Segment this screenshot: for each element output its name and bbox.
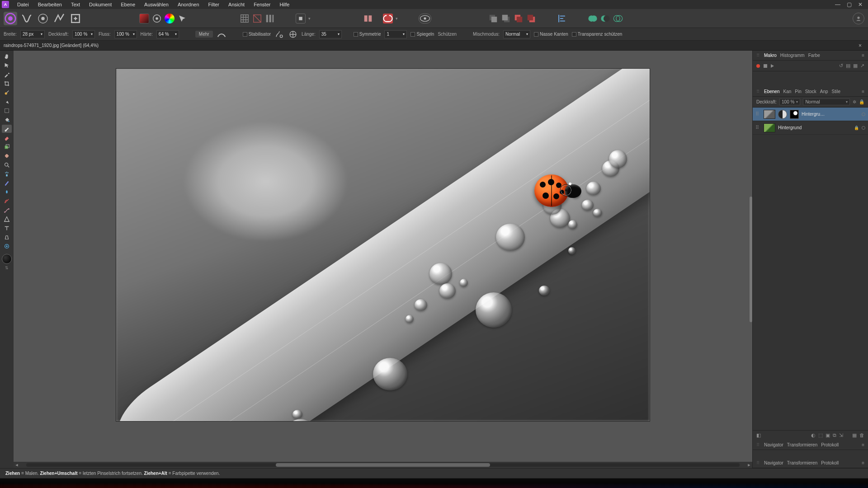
move-tool-icon[interactable]: [2, 61, 12, 70]
mask-mode-icon[interactable]: ◧: [756, 432, 761, 438]
tab-kan[interactable]: Kan: [783, 89, 791, 94]
color-wheel-icon[interactable]: [165, 14, 175, 23]
layer-blendmode-select[interactable]: Normal▾: [803, 99, 850, 105]
persona-liquify[interactable]: [20, 12, 33, 25]
mesh-warp-tool-icon[interactable]: [2, 197, 12, 205]
zoom-tool-icon[interactable]: [2, 161, 12, 169]
opacity-input[interactable]: 100 %▾: [72, 30, 95, 38]
marquee-tool-icon[interactable]: [2, 107, 12, 115]
menu-auswählen[interactable]: Auswählen: [140, 0, 173, 9]
flow-input[interactable]: 100 %▾: [114, 30, 137, 38]
smudge-tool-icon[interactable]: [2, 188, 12, 196]
panel-menu-icon[interactable]: ≡: [862, 442, 864, 447]
layer-visibility-icon[interactable]: ⠿: [755, 125, 761, 131]
layer-visibility-icon[interactable]: ⠿: [755, 111, 761, 117]
tab-transformieren[interactable]: Transformieren: [787, 442, 817, 447]
tab-farbe[interactable]: Farbe: [808, 53, 820, 58]
tab-navigator[interactable]: Navigator: [764, 442, 783, 447]
menu-anordnen[interactable]: Anordnen: [173, 0, 204, 9]
width-input[interactable]: 28 px▾: [20, 30, 45, 38]
order-front-icon[interactable]: [526, 14, 536, 23]
pen-tool-icon[interactable]: [2, 179, 12, 187]
macro-list-icon[interactable]: ▤: [846, 63, 850, 69]
dodge-tool-icon[interactable]: [2, 170, 12, 178]
order-backward-icon[interactable]: [501, 14, 511, 23]
pressure-size-icon[interactable]: [217, 29, 226, 39]
menu-fenster[interactable]: Fenster: [249, 0, 275, 9]
tab-anp[interactable]: Anp: [820, 89, 828, 94]
swatch-foreground[interactable]: [139, 14, 149, 23]
symmetry-checkbox[interactable]: Symmetrie: [354, 32, 381, 37]
dropdown-caret-icon[interactable]: ▾: [308, 16, 311, 21]
more-button[interactable]: Mehr: [195, 31, 213, 38]
snap-grid-icon[interactable]: [240, 14, 250, 23]
node-tool-icon[interactable]: [2, 206, 12, 214]
perspective-tool-icon[interactable]: [2, 233, 12, 241]
delete-layer-icon[interactable]: 🗑: [859, 432, 864, 438]
panel-menu-icon[interactable]: ≡: [862, 89, 864, 94]
tab-close-icon[interactable]: ×: [856, 42, 864, 49]
preview-mode-icon[interactable]: [419, 14, 431, 23]
add-pixel-layer-icon[interactable]: ▦: [852, 432, 857, 438]
anchor-target-icon[interactable]: [296, 14, 306, 23]
account-icon[interactable]: [853, 13, 864, 24]
menu-dokument[interactable]: Dokument: [85, 0, 116, 9]
menu-ansicht[interactable]: Ansicht: [224, 0, 249, 9]
tab-makro[interactable]: Makro: [764, 53, 777, 58]
macro-export-icon[interactable]: ↗: [860, 63, 864, 69]
window-stabilizer-icon[interactable]: [288, 29, 298, 39]
boolean-add-icon[interactable]: [588, 14, 598, 23]
symmetry-count-input[interactable]: 1▾: [384, 30, 407, 38]
document-canvas[interactable]: [116, 69, 650, 421]
auto-select-icon[interactable]: [177, 14, 187, 23]
persona-develop[interactable]: [36, 12, 50, 25]
boolean-intersect-icon[interactable]: [613, 14, 623, 23]
swap-colors-icon[interactable]: ⇅: [5, 266, 9, 270]
tab-protokoll[interactable]: Protokoll: [821, 460, 839, 465]
close-icon[interactable]: ✕: [858, 1, 863, 8]
quickmask-icon[interactable]: [152, 14, 162, 23]
menu-ebene[interactable]: Ebene: [116, 0, 140, 9]
paint-brush-tool-icon[interactable]: [2, 125, 12, 133]
rope-stabilizer-icon[interactable]: [274, 29, 284, 39]
boolean-subtract-icon[interactable]: [600, 14, 610, 23]
snap-toggle-icon[interactable]: [383, 14, 393, 23]
layer-name[interactable]: Hintergru…: [802, 112, 859, 117]
document-tab[interactable]: raindrops-574971_1920.jpg [Geändert] (64…: [4, 43, 99, 48]
canvas-viewport[interactable]: ◄ ►: [14, 51, 752, 468]
minimize-icon[interactable]: —: [835, 1, 840, 8]
macro-save-icon[interactable]: ▦: [853, 63, 858, 69]
menu-text[interactable]: Text: [66, 0, 85, 9]
tab-stock[interactable]: Stock: [805, 89, 816, 94]
tab-transformieren[interactable]: Transformieren: [787, 460, 817, 465]
wet-edges-checkbox[interactable]: Nasse Kanten: [534, 32, 568, 37]
protect-alpha-checkbox[interactable]: Transparenz schützen: [572, 32, 623, 37]
maximize-icon[interactable]: ▢: [847, 1, 852, 8]
healing-tool-icon[interactable]: [2, 152, 12, 160]
erase-tool-icon[interactable]: [2, 134, 12, 142]
layer-fx-icon[interactable]: ✲: [853, 99, 856, 104]
menu-filter[interactable]: Filter: [204, 0, 224, 9]
scrollbar-thumb[interactable]: [276, 463, 490, 467]
add-mask-icon[interactable]: ▣: [826, 432, 830, 438]
add-group-icon[interactable]: ⧉: [833, 432, 836, 438]
layer-mask-thumbnail[interactable]: [790, 110, 799, 119]
crop-tool-icon[interactable]: [2, 80, 12, 88]
view-tool-icon[interactable]: [2, 242, 12, 250]
horizontal-scrollbar[interactable]: ◄ ►: [14, 462, 752, 468]
lock-icon[interactable]: 🔒: [854, 126, 859, 130]
stop-icon[interactable]: [764, 64, 767, 68]
selection-brush-tool-icon[interactable]: [2, 89, 12, 97]
flood-fill-tool-icon[interactable]: [2, 116, 12, 124]
snap-columns-icon[interactable]: [265, 14, 275, 23]
layer-tag-icon[interactable]: [862, 126, 865, 130]
snap-off-icon[interactable]: [252, 14, 262, 23]
play-icon[interactable]: [771, 64, 774, 68]
scroll-right-icon[interactable]: ►: [746, 463, 752, 467]
tab-histogramm[interactable]: Histogramm: [780, 53, 805, 58]
flood-select-tool-icon[interactable]: [2, 98, 12, 106]
menu-bearbeiten[interactable]: Bearbeiten: [33, 0, 66, 9]
text-tool-icon[interactable]: [2, 224, 12, 232]
layer-opacity-input[interactable]: 100 %▾: [779, 99, 800, 105]
scroll-left-icon[interactable]: ◄: [14, 463, 20, 467]
